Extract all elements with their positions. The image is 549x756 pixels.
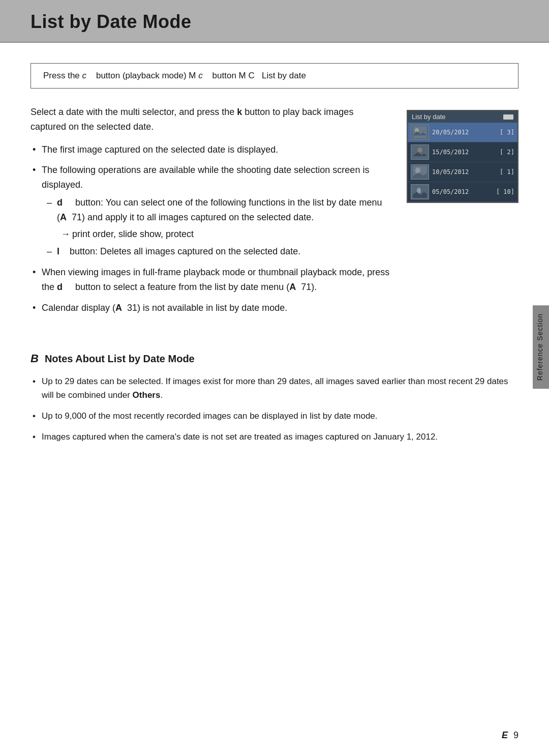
photo-icon <box>413 166 427 178</box>
camera-entry: 20/05/2012 [ 3] <box>408 123 517 142</box>
camera-screen-title: List by date <box>412 113 446 121</box>
page-footer: E 9 <box>502 730 518 741</box>
camera-screen-header: List by date <box>408 111 517 123</box>
notes-item: Up to 9,000 of the most recently recorde… <box>30 409 518 423</box>
notes-section: B Notes About List by Date Mode Up to 29… <box>30 342 518 444</box>
footer-letter: E <box>502 730 508 740</box>
body-text: Select a date with the multi selector, a… <box>30 105 391 322</box>
count-text: [ 10] <box>496 188 514 195</box>
camera-screen: List by date 20/05/2012 [ 3] <box>407 110 518 203</box>
count-text: [ 2] <box>500 149 514 156</box>
count-text: [ 1] <box>500 168 514 176</box>
svg-point-5 <box>415 167 420 173</box>
page-title: List by Date Mode <box>30 11 518 33</box>
main-content: Press the c button (playback mode) M c b… <box>0 43 549 471</box>
camera-entry: 15/05/2012 [ 2] <box>408 142 517 162</box>
svg-rect-0 <box>413 126 427 138</box>
bullet-list: The first image captured on the selected… <box>30 142 391 315</box>
camera-entries: 20/05/2012 [ 3] 15/05/2012 [ 2] <box>408 123 517 202</box>
date-text: 10/05/2012 <box>432 168 497 176</box>
page-header: List by Date Mode <box>0 0 549 43</box>
notes-list: Up to 29 dates can be selected. If image… <box>30 374 518 444</box>
notes-prefix: B <box>30 352 39 365</box>
thumbnail <box>411 164 429 180</box>
sub-sub-list: print order, slide show, protect <box>57 227 391 242</box>
camera-entry: 10/05/2012 [ 1] <box>408 162 517 182</box>
thumbnail <box>411 184 429 199</box>
photo-icon <box>413 146 427 158</box>
footer-page: 9 <box>513 730 518 740</box>
notes-title: Notes About List by Date Mode <box>45 353 195 365</box>
count-text: [ 3] <box>500 129 514 136</box>
thumbnail <box>411 125 429 140</box>
intro-paragraph: Select a date with the multi selector, a… <box>30 105 391 134</box>
body-section: Select a date with the multi selector, a… <box>30 105 518 322</box>
battery-icon <box>503 114 513 120</box>
photo-icon <box>413 126 427 138</box>
sub-sub-item: print order, slide show, protect <box>57 227 391 242</box>
instruction-text: Press the c button (playback mode) M c b… <box>43 71 306 80</box>
sub-list-item: d button: You can select one of the foll… <box>42 195 391 241</box>
notes-header: B Notes About List by Date Mode <box>30 352 518 365</box>
camera-entry: 05/05/2012 [ 10] <box>408 182 517 202</box>
bullet-item: When viewing images in full-frame playba… <box>30 265 391 295</box>
date-text: 20/05/2012 <box>432 129 497 136</box>
bullet-item: The following operations are available w… <box>30 163 391 259</box>
svg-point-3 <box>417 148 422 153</box>
date-text: 05/05/2012 <box>432 188 493 195</box>
sub-list-item: l button: Deletes all images captured on… <box>42 244 391 259</box>
notes-item: Up to 29 dates can be selected. If image… <box>30 374 518 402</box>
bullet-item: The first image captured on the selected… <box>30 142 391 157</box>
instruction-box: Press the c button (playback mode) M c b… <box>30 63 518 89</box>
notes-item: Images captured when the camera's date i… <box>30 430 518 444</box>
sub-list: d button: You can select one of the foll… <box>42 195 391 259</box>
thumbnail <box>411 144 429 160</box>
photo-icon <box>413 186 427 198</box>
reference-section-tab: Reference Section <box>533 305 549 389</box>
date-text: 15/05/2012 <box>432 149 497 156</box>
bullet-item: Calendar display (A 31) is not available… <box>30 301 391 315</box>
